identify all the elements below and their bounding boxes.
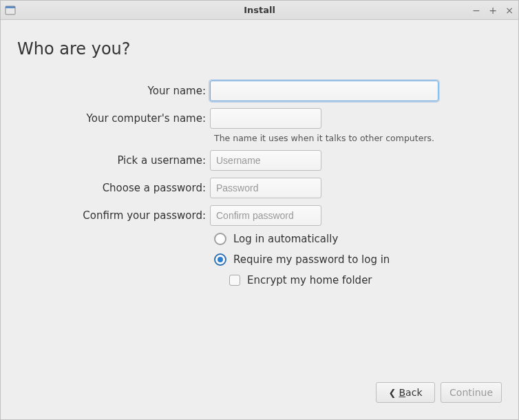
continue-button[interactable]: Continue [441,382,502,403]
require-password-radio[interactable] [214,253,226,266]
computer-name-help: The name it uses when it talks to other … [214,133,502,143]
window-controls: − + × [472,6,514,15]
titlebar: Install − + × [1,1,518,20]
continue-button-label: Continue [449,387,493,398]
login-options: Log in automatically Require my password… [214,233,502,286]
encrypt-home-checkbox[interactable] [229,275,240,286]
encrypt-home-label: Encrypt my home folder [247,274,372,286]
back-button-label: Back [399,387,423,398]
app-icon [5,5,16,16]
back-button[interactable]: ❮ Back [376,382,435,403]
confirm-password-input[interactable] [210,205,321,226]
computer-name-input[interactable] [210,108,321,129]
computer-name-label: Your computer's name: [17,112,210,125]
window: Install − + × Who are you? Your name: Yo… [0,0,519,420]
password-input[interactable] [210,178,321,198]
maximize-icon[interactable]: + [488,6,498,15]
auto-login-label: Log in automatically [233,233,338,245]
content-area: Who are you? Your name: Your computer's … [1,20,518,419]
auto-login-radio[interactable] [214,233,226,245]
user-form: Your name: Your computer's name: The nam… [17,81,502,286]
confirm-password-label: Confirm your password: [17,209,210,222]
minimize-icon[interactable]: − [472,6,481,15]
chevron-left-icon: ❮ [389,388,396,397]
window-title: Install [1,5,518,15]
close-icon[interactable]: × [505,6,514,15]
footer-buttons: ❮ Back Continue [376,382,502,403]
name-input[interactable] [210,81,438,101]
username-label: Pick a username: [17,154,210,167]
svg-rect-1 [6,6,15,8]
require-password-label: Require my password to log in [233,253,390,266]
username-input[interactable] [210,150,321,171]
password-label: Choose a password: [17,182,210,194]
page-title: Who are you? [17,39,502,59]
name-label: Your name: [17,85,210,97]
